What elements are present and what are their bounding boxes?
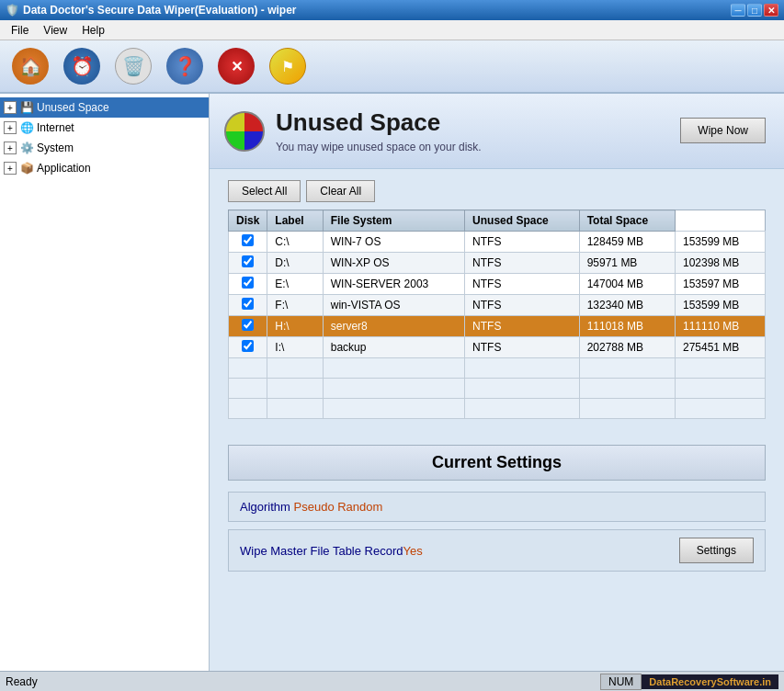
internet-icon: 🌐 xyxy=(18,119,35,136)
algorithm-label: Algorithm xyxy=(240,500,294,514)
expander-internet[interactable]: + xyxy=(4,121,17,134)
row-checkbox-cell[interactable] xyxy=(229,295,267,316)
table-empty-row xyxy=(229,358,766,379)
col-total: Total Space xyxy=(579,210,675,232)
empty-cell xyxy=(267,399,323,419)
row-checkbox-cell[interactable] xyxy=(229,337,267,358)
table-row[interactable]: I:\ backup NTFS 202788 MB 275451 MB xyxy=(229,337,766,358)
menu-help[interactable]: Help xyxy=(74,22,112,39)
close-window-button[interactable]: ✕ xyxy=(764,4,778,17)
unused-space-icon: 💾 xyxy=(18,99,35,116)
empty-cell xyxy=(675,379,765,399)
table-row[interactable]: H:\ server8 NTFS 111018 MB 111110 MB xyxy=(229,316,766,337)
header-left: Unused Space You may wipe unused space o… xyxy=(224,108,482,153)
col-fs: File System xyxy=(323,210,464,232)
expander-application[interactable]: + xyxy=(4,162,17,175)
sidebar-item-application[interactable]: + 📦 Application xyxy=(0,158,209,178)
empty-cell xyxy=(675,358,765,379)
row-label: WIN-XP OS xyxy=(323,253,464,274)
export-button[interactable]: ⚑ xyxy=(265,43,311,89)
row-disk: D:\ xyxy=(267,253,323,274)
row-label: backup xyxy=(323,337,464,358)
table-header-row: Disk Label File System Unused Space Tota… xyxy=(229,210,766,232)
row-total: 275451 MB xyxy=(675,337,765,358)
wipe-mft-label: Wipe Master File Table Record xyxy=(240,544,403,558)
algorithm-setting: Algorithm Pseudo Random xyxy=(228,492,766,522)
wipe-mft-text: Wipe Master File Table RecordYes xyxy=(240,544,423,558)
close-app-button[interactable]: ✕ xyxy=(213,43,259,89)
row-checkbox[interactable] xyxy=(242,319,254,331)
row-checkbox[interactable] xyxy=(242,277,254,289)
empty-cell xyxy=(229,379,267,399)
row-total: 153597 MB xyxy=(675,274,765,295)
empty-cell xyxy=(229,399,267,419)
row-fs: NTFS xyxy=(465,316,580,337)
expander-unused-space[interactable]: + xyxy=(4,101,17,114)
row-checkbox-cell[interactable] xyxy=(229,316,267,337)
row-unused: 147004 MB xyxy=(579,274,675,295)
header-subtitle: You may wipe unused space on your disk. xyxy=(276,141,482,153)
settings-button[interactable]: Settings xyxy=(679,538,754,563)
export-icon: ⚑ xyxy=(269,48,306,85)
row-unused: 132340 MB xyxy=(579,295,675,316)
toolbar: 🏠 ⏰ 🗑️ ❓ ✕ ⚑ xyxy=(0,40,784,94)
row-unused: 128459 MB xyxy=(579,232,675,253)
row-unused: 111018 MB xyxy=(579,316,675,337)
maximize-button[interactable]: □ xyxy=(747,4,762,17)
select-all-button[interactable]: Select All xyxy=(228,180,301,202)
row-total: 153599 MB xyxy=(675,232,765,253)
empty-cell xyxy=(675,399,765,419)
row-checkbox-cell[interactable] xyxy=(229,232,267,253)
sidebar-item-unused-space[interactable]: + 💾 Unused Space xyxy=(0,97,209,118)
menu-file[interactable]: File xyxy=(4,22,36,39)
sidebar-item-internet[interactable]: + 🌐 Internet xyxy=(0,118,209,138)
clear-icon: 🗑️ xyxy=(115,48,152,85)
empty-cell xyxy=(465,379,580,399)
table-row[interactable]: D:\ WIN-XP OS NTFS 95971 MB 102398 MB xyxy=(229,253,766,274)
empty-cell xyxy=(579,358,675,379)
table-empty-row xyxy=(229,379,766,399)
menu-view[interactable]: View xyxy=(36,22,74,39)
row-fs: NTFS xyxy=(465,295,580,316)
content-header: Unused Space You may wipe unused space o… xyxy=(210,94,784,169)
application-icon: 📦 xyxy=(18,160,35,176)
sidebar-label-unused-space: Unused Space xyxy=(37,101,109,114)
clear-toolbar-button[interactable]: 🗑️ xyxy=(110,43,156,89)
sidebar-item-system[interactable]: + ⚙️ System xyxy=(0,138,209,158)
row-checkbox[interactable] xyxy=(242,255,254,267)
empty-cell xyxy=(465,358,580,379)
empty-cell xyxy=(267,379,323,399)
table-row[interactable]: F:\ win-VISTA OS NTFS 132340 MB 153599 M… xyxy=(229,295,766,316)
main-area: + 💾 Unused Space + 🌐 Internet + ⚙️ Syste… xyxy=(0,94,784,671)
empty-cell xyxy=(465,399,580,419)
row-checkbox-cell[interactable] xyxy=(229,253,267,274)
empty-cell xyxy=(579,379,675,399)
clear-all-button[interactable]: Clear All xyxy=(306,180,375,202)
row-checkbox[interactable] xyxy=(242,234,254,246)
row-checkbox-cell[interactable] xyxy=(229,274,267,295)
row-label: WIN-7 OS xyxy=(323,232,464,253)
row-unused: 95971 MB xyxy=(579,253,675,274)
expander-system[interactable]: + xyxy=(4,142,17,154)
schedule-button[interactable]: ⏰ xyxy=(59,43,105,89)
row-checkbox[interactable] xyxy=(242,340,254,352)
sidebar-label-internet: Internet xyxy=(37,121,74,134)
table-row[interactable]: C:\ WIN-7 OS NTFS 128459 MB 153599 MB xyxy=(229,232,766,253)
row-label: win-VISTA OS xyxy=(323,295,464,316)
titlebar-controls: ─ □ ✕ xyxy=(731,4,778,17)
algorithm-value: Pseudo Random xyxy=(294,500,383,514)
help-button[interactable]: ❓ xyxy=(162,43,208,89)
wipe-now-button[interactable]: Wipe Now xyxy=(680,118,766,143)
header-title: Unused Space xyxy=(276,108,482,137)
minimize-button[interactable]: ─ xyxy=(731,4,745,17)
help-icon: ❓ xyxy=(166,48,203,85)
home-button[interactable]: 🏠 xyxy=(7,43,53,89)
row-checkbox[interactable] xyxy=(242,298,254,310)
status-text: Ready xyxy=(6,675,38,688)
titlebar-icon: 🛡️ xyxy=(6,4,19,17)
col-unused: Unused Space xyxy=(465,210,580,232)
empty-cell xyxy=(323,379,464,399)
table-row[interactable]: E:\ WIN-SERVER 2003 NTFS 147004 MB 15359… xyxy=(229,274,766,295)
table-empty-row xyxy=(229,399,766,419)
row-total: 153599 MB xyxy=(675,295,765,316)
